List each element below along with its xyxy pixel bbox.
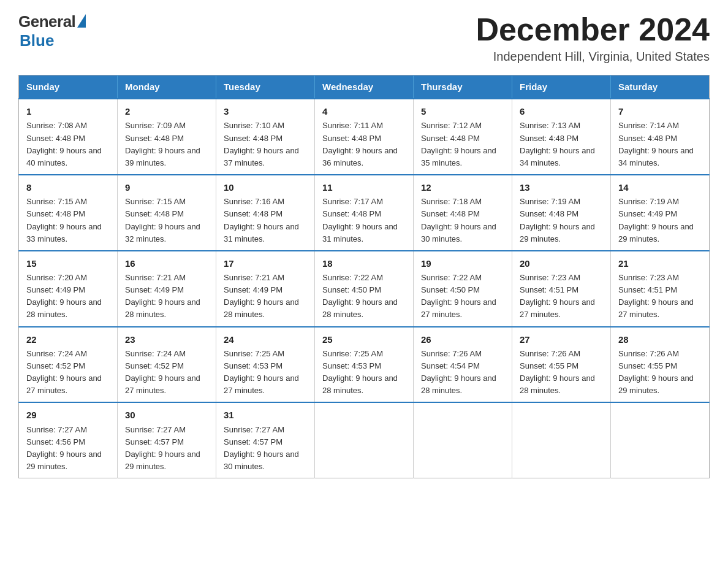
calendar-week-row: 29 Sunrise: 7:27 AMSunset: 4:56 PMDaylig…: [19, 402, 710, 478]
logo-general-text: General: [18, 12, 75, 31]
calendar-day-cell: 13 Sunrise: 7:19 AMSunset: 4:48 PMDaylig…: [512, 175, 611, 251]
day-info: Sunrise: 7:08 AMSunset: 4:48 PMDaylight:…: [26, 121, 102, 167]
day-number: 25: [322, 332, 406, 347]
day-info: Sunrise: 7:25 AMSunset: 4:53 PMDaylight:…: [224, 349, 299, 395]
calendar-day-cell: 20 Sunrise: 7:23 AMSunset: 4:51 PMDaylig…: [512, 251, 611, 327]
day-info: Sunrise: 7:09 AMSunset: 4:48 PMDaylight:…: [125, 121, 200, 167]
day-info: Sunrise: 7:27 AMSunset: 4:57 PMDaylight:…: [125, 425, 200, 471]
calendar-day-cell: 1 Sunrise: 7:08 AMSunset: 4:48 PMDayligh…: [19, 99, 118, 175]
calendar-day-cell: 10 Sunrise: 7:16 AMSunset: 4:48 PMDaylig…: [216, 175, 315, 251]
day-info: Sunrise: 7:11 AMSunset: 4:48 PMDaylight:…: [322, 121, 398, 167]
calendar-day-cell: 18 Sunrise: 7:22 AMSunset: 4:50 PMDaylig…: [315, 251, 414, 327]
day-number: 7: [618, 104, 702, 118]
day-number: 29: [26, 408, 110, 422]
calendar-day-cell: 12 Sunrise: 7:18 AMSunset: 4:48 PMDaylig…: [414, 175, 512, 251]
day-number: 20: [520, 256, 603, 270]
calendar-day-cell: 17 Sunrise: 7:21 AMSunset: 4:49 PMDaylig…: [216, 251, 315, 327]
day-info: Sunrise: 7:22 AMSunset: 4:50 PMDaylight:…: [322, 273, 398, 319]
day-number: 16: [125, 256, 208, 270]
day-number: 11: [322, 180, 406, 194]
calendar-day-cell: 2 Sunrise: 7:09 AMSunset: 4:48 PMDayligh…: [118, 99, 216, 175]
day-info: Sunrise: 7:19 AMSunset: 4:48 PMDaylight:…: [520, 197, 595, 243]
calendar-week-row: 1 Sunrise: 7:08 AMSunset: 4:48 PMDayligh…: [19, 99, 710, 175]
day-number: 30: [125, 408, 208, 422]
header-sunday: Sunday: [19, 75, 118, 99]
calendar-day-cell: 6 Sunrise: 7:13 AMSunset: 4:48 PMDayligh…: [512, 99, 611, 175]
day-info: Sunrise: 7:13 AMSunset: 4:48 PMDaylight:…: [520, 121, 595, 167]
day-number: 22: [26, 332, 110, 347]
calendar-day-cell: 26 Sunrise: 7:26 AMSunset: 4:54 PMDaylig…: [414, 327, 512, 403]
calendar-day-cell: 14 Sunrise: 7:19 AMSunset: 4:49 PMDaylig…: [611, 175, 710, 251]
day-number: 17: [224, 256, 307, 270]
calendar-day-cell: 5 Sunrise: 7:12 AMSunset: 4:48 PMDayligh…: [414, 99, 512, 175]
day-number: 12: [421, 180, 504, 194]
day-number: 13: [520, 180, 603, 194]
calendar-day-cell: 9 Sunrise: 7:15 AMSunset: 4:48 PMDayligh…: [118, 175, 216, 251]
logo-blue-text: Blue: [20, 31, 54, 50]
day-info: Sunrise: 7:22 AMSunset: 4:50 PMDaylight:…: [421, 273, 496, 319]
calendar-day-cell: [611, 402, 710, 478]
calendar-week-row: 22 Sunrise: 7:24 AMSunset: 4:52 PMDaylig…: [19, 327, 710, 403]
day-info: Sunrise: 7:19 AMSunset: 4:49 PMDaylight:…: [618, 197, 694, 243]
day-number: 9: [125, 180, 208, 194]
day-info: Sunrise: 7:20 AMSunset: 4:49 PMDaylight:…: [26, 273, 102, 319]
day-info: Sunrise: 7:27 AMSunset: 4:57 PMDaylight:…: [224, 425, 299, 471]
day-number: 1: [26, 104, 110, 118]
day-info: Sunrise: 7:24 AMSunset: 4:52 PMDaylight:…: [125, 349, 200, 395]
day-number: 24: [224, 332, 307, 347]
day-info: Sunrise: 7:15 AMSunset: 4:48 PMDaylight:…: [125, 197, 200, 243]
day-number: 15: [26, 256, 110, 270]
day-info: Sunrise: 7:23 AMSunset: 4:51 PMDaylight:…: [520, 273, 595, 319]
calendar-day-cell: 8 Sunrise: 7:15 AMSunset: 4:48 PMDayligh…: [19, 175, 118, 251]
calendar-day-cell: 30 Sunrise: 7:27 AMSunset: 4:57 PMDaylig…: [118, 402, 216, 478]
day-number: 14: [618, 180, 702, 194]
day-number: 23: [125, 332, 208, 347]
day-info: Sunrise: 7:25 AMSunset: 4:53 PMDaylight:…: [322, 349, 398, 395]
day-number: 28: [618, 332, 702, 347]
calendar-day-cell: 3 Sunrise: 7:10 AMSunset: 4:48 PMDayligh…: [216, 99, 315, 175]
calendar-day-cell: [315, 402, 414, 478]
header-wednesday: Wednesday: [315, 75, 414, 99]
calendar-day-cell: 4 Sunrise: 7:11 AMSunset: 4:48 PMDayligh…: [315, 99, 414, 175]
day-number: 21: [618, 256, 702, 270]
day-number: 4: [322, 104, 406, 118]
logo-triangle-icon: [77, 14, 86, 28]
day-number: 2: [125, 104, 208, 118]
calendar-week-row: 8 Sunrise: 7:15 AMSunset: 4:48 PMDayligh…: [19, 175, 710, 251]
day-number: 5: [421, 104, 504, 118]
calendar-day-cell: 22 Sunrise: 7:24 AMSunset: 4:52 PMDaylig…: [19, 327, 118, 403]
location-subtitle: Independent Hill, Virginia, United State…: [476, 50, 710, 64]
calendar-week-row: 15 Sunrise: 7:20 AMSunset: 4:49 PMDaylig…: [19, 251, 710, 327]
day-number: 27: [520, 332, 603, 347]
header-tuesday: Tuesday: [216, 75, 315, 99]
calendar-header-row: Sunday Monday Tuesday Wednesday Thursday…: [19, 75, 710, 99]
calendar-day-cell: 16 Sunrise: 7:21 AMSunset: 4:49 PMDaylig…: [118, 251, 216, 327]
calendar-day-cell: 21 Sunrise: 7:23 AMSunset: 4:51 PMDaylig…: [611, 251, 710, 327]
day-info: Sunrise: 7:21 AMSunset: 4:49 PMDaylight:…: [224, 273, 299, 319]
day-number: 6: [520, 104, 603, 118]
calendar-day-cell: 29 Sunrise: 7:27 AMSunset: 4:56 PMDaylig…: [19, 402, 118, 478]
logo: General Blue: [18, 12, 86, 50]
day-number: 31: [224, 408, 307, 422]
calendar-day-cell: 27 Sunrise: 7:26 AMSunset: 4:55 PMDaylig…: [512, 327, 611, 403]
title-area: December 2024 Independent Hill, Virginia…: [476, 12, 710, 64]
day-info: Sunrise: 7:23 AMSunset: 4:51 PMDaylight:…: [618, 273, 694, 319]
header-saturday: Saturday: [611, 75, 710, 99]
calendar-table: Sunday Monday Tuesday Wednesday Thursday…: [18, 75, 710, 478]
day-number: 18: [322, 256, 406, 270]
day-info: Sunrise: 7:12 AMSunset: 4:48 PMDaylight:…: [421, 121, 496, 167]
day-number: 26: [421, 332, 504, 347]
month-title: December 2024: [476, 12, 710, 47]
day-info: Sunrise: 7:26 AMSunset: 4:54 PMDaylight:…: [421, 349, 496, 395]
day-info: Sunrise: 7:27 AMSunset: 4:56 PMDaylight:…: [26, 425, 102, 471]
calendar-day-cell: [414, 402, 512, 478]
calendar-day-cell: 28 Sunrise: 7:26 AMSunset: 4:55 PMDaylig…: [611, 327, 710, 403]
day-info: Sunrise: 7:26 AMSunset: 4:55 PMDaylight:…: [618, 349, 694, 395]
header-friday: Friday: [512, 75, 611, 99]
calendar-day-cell: 15 Sunrise: 7:20 AMSunset: 4:49 PMDaylig…: [19, 251, 118, 327]
day-info: Sunrise: 7:21 AMSunset: 4:49 PMDaylight:…: [125, 273, 200, 319]
day-info: Sunrise: 7:14 AMSunset: 4:48 PMDaylight:…: [618, 121, 694, 167]
day-info: Sunrise: 7:18 AMSunset: 4:48 PMDaylight:…: [421, 197, 496, 243]
calendar-day-cell: 19 Sunrise: 7:22 AMSunset: 4:50 PMDaylig…: [414, 251, 512, 327]
day-info: Sunrise: 7:10 AMSunset: 4:48 PMDaylight:…: [224, 121, 299, 167]
